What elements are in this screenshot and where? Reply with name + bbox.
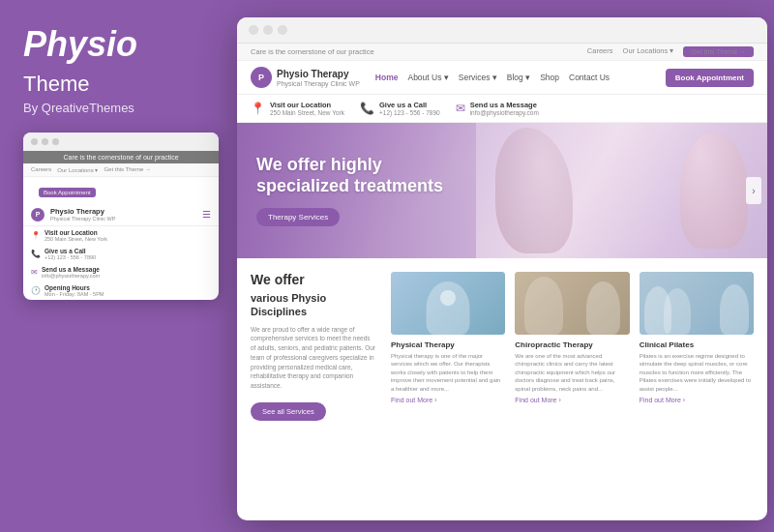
nav-about[interactable]: About Us ▾ xyxy=(407,73,448,82)
site-logo: P Physio Therapy Physical Therapy Clinic… xyxy=(251,67,360,88)
mini-browser: Care is the cornerstone of our practice … xyxy=(23,133,219,300)
mini-dot-2 xyxy=(42,138,48,145)
browser-titlebar xyxy=(237,17,767,44)
mini-phone-icon: 📞 xyxy=(31,250,41,258)
service-card-pt: Physical Therapy Physical therapy is one… xyxy=(391,272,505,421)
mini-nav-careers: Careers xyxy=(31,166,51,173)
topbar-locations[interactable]: Our Locations ▾ xyxy=(623,46,674,57)
see-all-btn[interactable]: See all Services xyxy=(251,402,326,421)
brand-theme: Theme xyxy=(23,72,89,96)
mini-nav-links: Careers Our Locations ▾ Get this Theme → xyxy=(31,166,151,173)
nav-book-btn[interactable]: Book Appointment xyxy=(666,69,754,87)
mini-info-text-2: Send us a Message info@physiotherapy.com xyxy=(42,266,100,279)
services-grid: Physical Therapy Physical therapy is one… xyxy=(391,272,754,421)
site-name: Physio Therapy xyxy=(277,69,360,80)
site-tagline: Physical Therapy Clinic WP xyxy=(277,80,360,87)
services-heading2: various PhysioDisciplines xyxy=(251,291,381,319)
services-heading1: We offer xyxy=(251,272,381,287)
mini-site-tagline: Physical Therapy Clinic WP xyxy=(50,216,115,222)
card-people-pt xyxy=(391,272,505,335)
mini-info-row-3: 🕐 Opening Hours Mon - Friday: 8AM - 5PM xyxy=(23,281,219,300)
card-name-cp: Clinical Pilates xyxy=(640,340,754,349)
mini-book-btn[interactable]: Book Appointment xyxy=(39,188,96,197)
browser-dot-1 xyxy=(249,25,258,35)
nav-links: Home About Us ▾ Services ▾ Blog ▾ Shop C… xyxy=(375,73,658,82)
mini-book-wrap: Book Appointment xyxy=(23,177,219,203)
mini-browser-bar xyxy=(23,133,219,151)
hero-cta-btn[interactable]: Therapy Services xyxy=(256,208,340,226)
mini-info-row-1: 📞 Give us a Call +12) 123 - 556 - 7890 xyxy=(23,245,219,263)
hero-bg xyxy=(476,123,767,258)
mini-logo-circle: P xyxy=(31,208,45,222)
nav-services[interactable]: Services ▾ xyxy=(459,73,497,82)
site-info-strip: 📍 Visit our Location 250 Main Street, Ne… xyxy=(237,95,767,123)
topbar-text: Care is the cornerstone of our practice xyxy=(251,47,374,56)
phone-icon: 📞 xyxy=(360,102,374,115)
mini-email-icon: ✉ xyxy=(31,268,38,277)
card-name-ct: Chiropractic Therapy xyxy=(515,340,629,349)
left-panel: Physio Theme By QreativeThemes Care is t… xyxy=(0,0,242,532)
services-left: We offer various PhysioDisciplines We ar… xyxy=(251,272,381,421)
card-link-cp[interactable]: Find out More › xyxy=(640,397,754,403)
card-desc-cp: Pilates is an exercise regime designed t… xyxy=(640,352,754,393)
location-icon: 📍 xyxy=(251,102,265,115)
card-img-cp xyxy=(640,272,754,335)
info-phone: 📞 Give us a Call +12) 123 - 556 - 7890 xyxy=(360,101,440,116)
card-link-ct[interactable]: Find out More › xyxy=(515,397,629,403)
card-desc-ct: We are one of the most advanced chiropra… xyxy=(515,352,629,393)
browser-dot-3 xyxy=(278,25,287,35)
mini-dot-3 xyxy=(52,138,59,145)
service-card-ct: Chiropractic Therapy We are one of the m… xyxy=(515,272,629,421)
logo-text-wrap: Physio Therapy Physical Therapy Clinic W… xyxy=(277,69,360,87)
mini-location-icon: 📍 xyxy=(31,231,41,240)
card-link-pt[interactable]: Find out More › xyxy=(391,397,505,403)
nav-contact[interactable]: Contact Us xyxy=(569,73,610,82)
mini-site-name: Physio Therapy xyxy=(50,207,115,216)
hero-content: We offer highlyspecialized treatments Th… xyxy=(237,155,462,226)
mini-site-header: P Physio Therapy Physical Therapy Clinic… xyxy=(23,203,219,226)
mini-info-row-0: 📍 Visit our Location 250 Main Street, Ne… xyxy=(23,226,219,245)
card-desc-pt: Physical therapy is one of the major ser… xyxy=(391,352,505,393)
mini-dot-1 xyxy=(31,138,38,145)
card-name-pt: Physical Therapy xyxy=(391,340,505,349)
site-hero: We offer highlyspecialized treatments Th… xyxy=(237,123,767,258)
site-topbar: Care is the cornerstone of our practice … xyxy=(237,44,767,61)
topbar-careers[interactable]: Careers xyxy=(587,46,613,57)
main-browser: Care is the cornerstone of our practice … xyxy=(237,17,767,520)
mini-nav-theme: Get this Theme → xyxy=(104,166,151,173)
hero-title: We offer highlyspecialized treatments xyxy=(256,155,443,196)
mini-topbar: Care is the cornerstone of our practice xyxy=(23,151,219,163)
nav-shop[interactable]: Shop xyxy=(540,73,559,82)
card-img-pt xyxy=(391,272,505,335)
hero-next-arrow[interactable]: › xyxy=(746,177,761,204)
mini-info-row-2: ✉ Send us a Message info@physiotherapy.c… xyxy=(23,263,219,281)
brand-by: By QreativeThemes xyxy=(23,101,219,115)
nav-home[interactable]: Home xyxy=(375,73,399,82)
get-theme-btn[interactable]: Get this Theme → xyxy=(683,46,754,57)
info-email-text: Send us a Message info@physiotherapy.com xyxy=(470,101,539,116)
info-email: ✉ Send us a Message info@physiotherapy.c… xyxy=(456,101,539,116)
mini-menu-icon: ☰ xyxy=(202,209,211,220)
brand-title: Physio Theme xyxy=(23,27,219,97)
mini-info-text-0: Visit our Location 250 Main Street, New … xyxy=(45,229,107,242)
email-icon: ✉ xyxy=(456,102,465,115)
logo-circle: P xyxy=(251,67,272,88)
services-body: We offer various PhysioDisciplines We ar… xyxy=(251,272,754,421)
info-phone-text: Give us a Call +12) 123 - 556 - 7890 xyxy=(379,101,440,116)
info-location-text: Visit our Location 250 Main Street, New … xyxy=(270,101,344,116)
site-services: We offer various PhysioDisciplines We ar… xyxy=(237,258,767,430)
mini-info-text-1: Give us a Call +12) 123 - 556 - 7890 xyxy=(45,248,96,260)
mini-nav-bar: Careers Our Locations ▾ Get this Theme → xyxy=(23,163,219,177)
service-card-cp: Clinical Pilates Pilates is an exercise … xyxy=(640,272,754,421)
site-nav: P Physio Therapy Physical Therapy Clinic… xyxy=(237,61,767,95)
info-location: 📍 Visit our Location 250 Main Street, Ne… xyxy=(251,101,344,116)
mini-clock-icon: 🕐 xyxy=(31,286,41,295)
mini-brand-wrap: Physio Therapy Physical Therapy Clinic W… xyxy=(50,207,115,222)
services-description: We are proud to offer a wide range of co… xyxy=(251,325,376,391)
card-img-ct xyxy=(515,272,629,335)
mini-info-text-3: Opening Hours Mon - Friday: 8AM - 5PM xyxy=(45,284,104,297)
mini-nav-locations: Our Locations ▾ xyxy=(57,166,98,173)
brand-physio: Physio xyxy=(23,24,137,64)
nav-blog[interactable]: Blog ▾ xyxy=(507,73,530,82)
browser-dot-2 xyxy=(263,25,273,35)
